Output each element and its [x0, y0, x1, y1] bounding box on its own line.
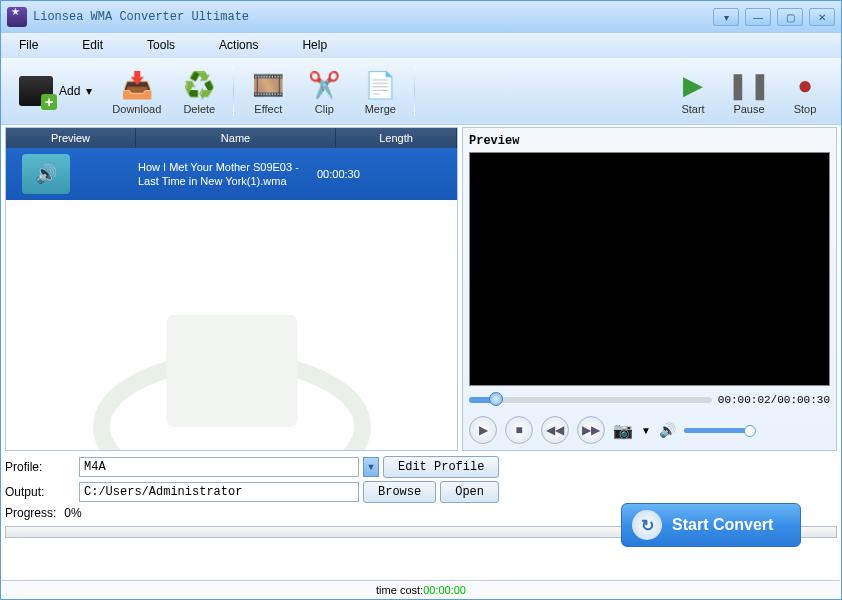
time-display: 00:00:02/00:00:30: [718, 394, 830, 406]
profile-dropdown-button[interactable]: ▼: [363, 457, 379, 477]
pause-button[interactable]: ❚❚ Pause: [721, 65, 777, 117]
download-button[interactable]: 📥 Download: [102, 65, 171, 117]
convert-label: Start Convert: [672, 516, 773, 534]
start-label: Start: [681, 103, 704, 115]
file-length: 00:00:30: [313, 168, 360, 180]
seek-slider[interactable]: [469, 397, 712, 403]
file-name: How I Met Your Mother S09E03 - Last Time…: [138, 160, 313, 189]
effect-button[interactable]: 🎞️ Effect: [240, 65, 296, 117]
progress-value: 0%: [64, 506, 81, 520]
menu-help[interactable]: Help: [302, 38, 327, 52]
preview-pane: Preview 00:00:02/00:00:30 ▶ ■ ◀◀ ▶▶ 📷 ▼ …: [462, 127, 837, 451]
file-list-pane: Preview Name Length 🔊 How I Met Your Mot…: [5, 127, 458, 451]
toolbar: Add ▾ 📥 Download ♻️ Delete 🎞️ Effect ✂️ …: [1, 57, 841, 125]
player-play-button[interactable]: ▶: [469, 416, 497, 444]
video-preview[interactable]: [469, 152, 830, 386]
player-stop-button[interactable]: ■: [505, 416, 533, 444]
separator: [414, 66, 415, 116]
delete-button[interactable]: ♻️ Delete: [171, 65, 227, 117]
chevron-down-icon: ▾: [86, 84, 92, 98]
add-label: Add: [59, 84, 80, 98]
volume-slider[interactable]: [684, 428, 754, 433]
merge-button[interactable]: 📄 Merge: [352, 65, 408, 117]
col-preview[interactable]: Preview: [6, 128, 136, 148]
output-row: Output: Browse Open: [5, 481, 837, 503]
start-convert-button[interactable]: ↻ Start Convert: [621, 503, 801, 547]
effect-label: Effect: [254, 103, 282, 115]
list-item[interactable]: 🔊 How I Met Your Mother S09E03 - Last Ti…: [6, 148, 457, 200]
minimize-button[interactable]: —: [745, 8, 771, 26]
open-button[interactable]: Open: [440, 481, 499, 503]
output-label: Output:: [5, 485, 75, 499]
clip-label: Clip: [315, 103, 334, 115]
list-body: [6, 200, 457, 450]
browse-button[interactable]: Browse: [363, 481, 436, 503]
stop-icon: ●: [787, 67, 823, 103]
delete-label: Delete: [183, 103, 215, 115]
volume-icon[interactable]: 🔊: [659, 422, 676, 438]
menu-edit[interactable]: Edit: [82, 38, 103, 52]
clip-button[interactable]: ✂️ Clip: [296, 65, 352, 117]
download-label: Download: [112, 103, 161, 115]
add-icon: [19, 76, 53, 106]
close-button[interactable]: ✕: [809, 8, 835, 26]
player-controls: ▶ ■ ◀◀ ▶▶ 📷 ▼ 🔊: [469, 416, 830, 444]
download-icon: 📥: [119, 67, 155, 103]
profile-label: Profile:: [5, 460, 75, 474]
window-title: Lionsea WMA Converter Ultimate: [33, 10, 713, 24]
seek-thumb[interactable]: [489, 392, 503, 406]
play-icon: ▶: [675, 67, 711, 103]
maximize-button[interactable]: ▢: [777, 8, 803, 26]
titlebar: Lionsea WMA Converter Ultimate ▾ — ▢ ✕: [1, 1, 841, 33]
pause-icon: ❚❚: [731, 67, 767, 103]
profile-row: Profile: ▼ Edit Profile: [5, 456, 837, 478]
preview-label: Preview: [469, 134, 830, 148]
separator: [233, 66, 234, 116]
stop-label: Stop: [794, 103, 817, 115]
delete-icon: ♻️: [181, 67, 217, 103]
menubar: File Edit Tools Actions Help: [1, 33, 841, 57]
player-forward-button[interactable]: ▶▶: [577, 416, 605, 444]
convert-icon: ↻: [632, 510, 662, 540]
list-header: Preview Name Length: [6, 128, 457, 148]
progress-label: Progress:: [5, 506, 56, 520]
chevron-down-icon[interactable]: ▼: [641, 425, 651, 436]
profile-input[interactable]: [79, 457, 359, 477]
window-controls: ▾ — ▢ ✕: [713, 8, 835, 26]
audio-file-icon: 🔊: [22, 154, 70, 194]
player-rewind-button[interactable]: ◀◀: [541, 416, 569, 444]
start-button[interactable]: ▶ Start: [665, 65, 721, 117]
clip-icon: ✂️: [306, 67, 342, 103]
pause-label: Pause: [733, 103, 764, 115]
add-button[interactable]: Add ▾: [9, 74, 102, 108]
merge-icon: 📄: [362, 67, 398, 103]
menu-actions[interactable]: Actions: [219, 38, 258, 52]
effect-icon: 🎞️: [250, 67, 286, 103]
time-cost-label: time cost:: [376, 584, 423, 596]
snapshot-button[interactable]: 📷: [613, 421, 633, 440]
merge-label: Merge: [365, 103, 396, 115]
seek-row: 00:00:02/00:00:30: [469, 394, 830, 406]
col-length[interactable]: Length: [336, 128, 457, 148]
edit-profile-button[interactable]: Edit Profile: [383, 456, 499, 478]
col-name[interactable]: Name: [136, 128, 336, 148]
stop-button[interactable]: ● Stop: [777, 65, 833, 117]
app-icon: [7, 7, 27, 27]
status-bar: time cost: 00:00:00: [2, 580, 840, 598]
dropdown-button[interactable]: ▾: [713, 8, 739, 26]
output-input[interactable]: [79, 482, 359, 502]
time-cost-value: 00:00:00: [423, 584, 466, 596]
main-area: Preview Name Length 🔊 How I Met Your Mot…: [1, 125, 841, 453]
menu-tools[interactable]: Tools: [147, 38, 175, 52]
menu-file[interactable]: File: [19, 38, 38, 52]
